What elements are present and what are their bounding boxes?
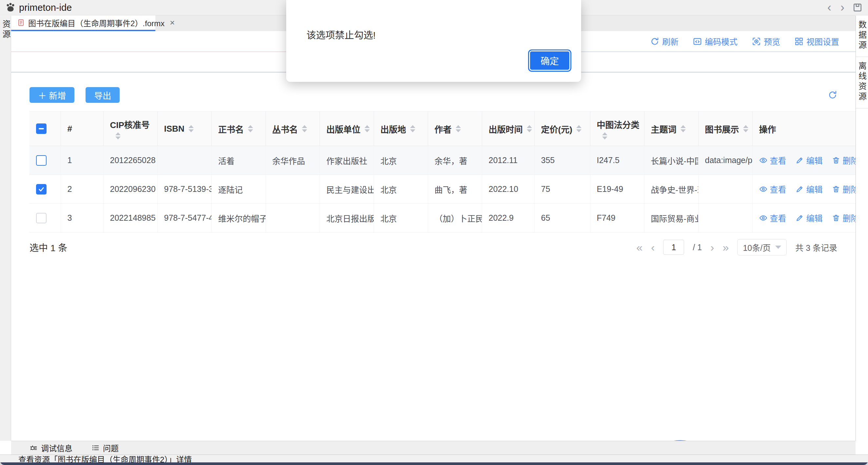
- form-file-icon: [17, 18, 25, 27]
- row-action-删除[interactable]: 删除: [832, 212, 859, 224]
- table-cell: 2: [61, 175, 103, 204]
- delete-icon: [832, 156, 840, 164]
- column-header-中图法分类[interactable]: 中图法分类: [590, 112, 644, 146]
- table-cell: [698, 204, 752, 232]
- tab-close-icon[interactable]: ×: [170, 18, 175, 28]
- row-action-删除[interactable]: 删除: [832, 154, 859, 166]
- column-header-图书展示[interactable]: 图书展示: [698, 112, 752, 146]
- column-header-正书名[interactable]: 正书名: [211, 112, 266, 146]
- column-header-ISBN[interactable]: ISBN: [157, 112, 211, 146]
- table-cell: 978-7-5139-38: [157, 175, 211, 204]
- table-cell: 曲飞，著: [428, 175, 482, 204]
- column-label: 出版地: [380, 123, 406, 135]
- problems-icon: [91, 444, 100, 452]
- sort-arrows-icon[interactable]: [365, 125, 370, 132]
- debug-bar: 调试信息问题: [11, 441, 856, 455]
- column-header-定价(元)[interactable]: 定价(元): [534, 112, 590, 146]
- last-page-icon[interactable]: »: [723, 242, 729, 253]
- column-header-出版单位[interactable]: 出版单位: [319, 112, 374, 146]
- right-sidebar-item-0[interactable]: 数据源: [856, 16, 868, 57]
- row-action-编辑[interactable]: 编辑: [796, 183, 823, 195]
- toolbar-action-预览[interactable]: 预览: [752, 35, 780, 47]
- sort-arrows-icon[interactable]: [115, 132, 121, 139]
- row-action-查看[interactable]: 查看: [759, 183, 786, 195]
- export-button[interactable]: 导出: [86, 87, 120, 103]
- column-header-作者[interactable]: 作者: [428, 112, 482, 146]
- table-cell: 作家出版社: [319, 146, 374, 175]
- column-label: ISBN: [164, 124, 185, 134]
- table-cell: 维米尔的帽子: [211, 204, 266, 232]
- column-header-出版时间[interactable]: 出版时间: [482, 112, 534, 146]
- page-number-input[interactable]: 1: [663, 240, 684, 255]
- sort-arrows-icon[interactable]: [602, 132, 608, 139]
- toolbar-action-视图设置[interactable]: 视图设置: [795, 35, 839, 47]
- left-sidebar: 资源: [0, 16, 11, 441]
- right-sidebar-label: 离线资源: [856, 62, 868, 102]
- table-cell: 北京日报出版社: [319, 204, 374, 232]
- table-refresh-icon[interactable]: [828, 90, 837, 100]
- nav-forward-icon[interactable]: ›: [836, 3, 849, 12]
- row-action-编辑[interactable]: 编辑: [796, 212, 823, 224]
- table-footer: 选中 1 条 « ‹ 1 / 1 › » 10条/页 共 3 条记录: [30, 239, 837, 256]
- sort-arrows-icon[interactable]: [743, 125, 748, 132]
- table-cell: 长篇小说-中国: [644, 146, 698, 175]
- column-label: 出版时间: [489, 123, 523, 135]
- row-action-查看[interactable]: 查看: [759, 154, 786, 166]
- row-action-label: 查看: [770, 154, 786, 166]
- row-action-删除[interactable]: 删除: [832, 183, 859, 195]
- table-cell: 2022148985: [103, 204, 157, 232]
- table-actions-bar: ＋ 新增 导出: [30, 87, 837, 103]
- tab-form-file[interactable]: 图书在版编目（生命周期事件2）.formx ×: [11, 15, 155, 31]
- bottom-bar-item-问题[interactable]: 问题: [91, 442, 119, 454]
- sort-arrows-icon[interactable]: [456, 125, 461, 132]
- add-button[interactable]: ＋ 新增: [30, 87, 74, 103]
- toolbar-action-编码模式[interactable]: 编码模式: [693, 35, 738, 47]
- records-total: 共 3 条记录: [795, 241, 837, 253]
- select-all-checkbox[interactable]: [36, 124, 46, 134]
- row-checkbox[interactable]: [36, 155, 46, 166]
- delete-icon: [832, 185, 840, 193]
- app-window: primeton-ide ‹ › 资源 数据源离线资源 图书在版编目（生命周期事…: [0, 0, 868, 465]
- toolbar-action-刷新[interactable]: 刷新: [650, 35, 679, 47]
- next-page-icon[interactable]: ›: [710, 242, 714, 253]
- table-cell: 活着: [211, 146, 266, 175]
- table-cell: 2022.10: [482, 175, 534, 204]
- row-action-编辑[interactable]: 编辑: [796, 154, 823, 166]
- sort-arrows-icon[interactable]: [248, 125, 253, 132]
- header-checkbox-cell: [30, 112, 61, 146]
- right-sidebar-item-1[interactable]: 离线资源: [856, 57, 868, 108]
- row-action-查看[interactable]: 查看: [759, 212, 786, 224]
- bottom-bar-item-调试信息[interactable]: 调试信息: [30, 442, 72, 454]
- ok-button[interactable]: 确定: [528, 49, 571, 72]
- sidebar-item-resources[interactable]: 资源: [0, 20, 12, 40]
- sort-arrows-icon[interactable]: [527, 125, 532, 132]
- sort-arrows-icon[interactable]: [302, 125, 307, 132]
- column-header-出版地[interactable]: 出版地: [374, 112, 428, 146]
- row-checkbox[interactable]: [36, 213, 46, 223]
- delete-icon: [832, 214, 840, 222]
- prev-page-icon[interactable]: ‹: [651, 242, 655, 253]
- save-icon[interactable]: [852, 2, 863, 13]
- sort-arrows-icon[interactable]: [188, 125, 194, 132]
- page-size-select[interactable]: 10条/页: [737, 239, 787, 256]
- table-cell: [266, 175, 319, 204]
- toolbar-action-label: 刷新: [662, 35, 679, 47]
- refresh-icon: [650, 37, 659, 46]
- table-cell: 3: [61, 204, 103, 232]
- nav-back-icon[interactable]: ‹: [823, 3, 836, 12]
- table-cell: 民主与建设出版: [319, 175, 374, 204]
- column-header-主题词[interactable]: 主题词: [644, 112, 698, 146]
- row-action-label: 查看: [770, 212, 786, 224]
- sort-arrows-icon[interactable]: [576, 125, 582, 132]
- column-label: CIP核准号: [110, 118, 150, 130]
- row-checkbox[interactable]: [36, 184, 46, 195]
- column-label: 定价(元): [541, 123, 572, 135]
- column-header-丛书名[interactable]: 丛书名: [266, 112, 319, 146]
- taskbar-edge: [0, 462, 868, 465]
- column-header-CIP核准号[interactable]: CIP核准号: [103, 112, 157, 146]
- table-cell: [698, 175, 752, 204]
- alert-dialog: 该选项禁止勾选! 确定: [286, 0, 581, 82]
- sort-arrows-icon[interactable]: [681, 125, 686, 132]
- first-page-icon[interactable]: «: [636, 242, 643, 253]
- sort-arrows-icon[interactable]: [410, 125, 415, 132]
